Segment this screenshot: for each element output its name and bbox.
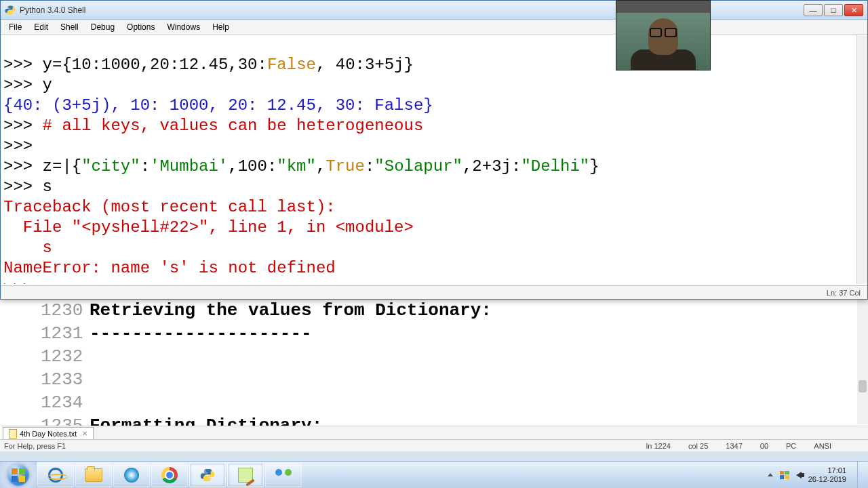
webcam-overlay — [616, 0, 711, 70]
clock-time: 17:01 — [808, 466, 846, 475]
menu-edit[interactable]: Edit — [28, 21, 54, 33]
menu-help[interactable]: Help — [207, 21, 235, 33]
notepad-tab[interactable]: 4th Day Notes.txt ✕ — [3, 427, 94, 439]
taskbar-chrome[interactable] — [151, 463, 188, 487]
taskbar-notepadpp[interactable] — [227, 463, 264, 487]
tab-label: 4th Day Notes.txt — [20, 430, 77, 438]
system-tray: 17:01 26-12-2019 — [768, 462, 868, 489]
menu-file[interactable]: File — [3, 21, 27, 33]
status-sel: 1347 — [726, 442, 742, 450]
shell-status-text: Ln: 37 Col — [827, 289, 861, 297]
textfile-icon — [9, 429, 17, 439]
taskbar-people[interactable] — [265, 463, 302, 487]
close-icon[interactable]: ✕ — [82, 430, 87, 437]
line-number: 1232 — [41, 345, 90, 368]
line-number: 1231 — [41, 322, 90, 345]
folder-icon — [85, 468, 102, 482]
notepad-statusbar: For Help, press F1 ln 1224 col 25 1347 0… — [0, 439, 868, 451]
notepad-text-area[interactable]: 1230Retrieving the values from Dictionar… — [41, 299, 857, 424]
maximize-button[interactable]: □ — [824, 4, 843, 16]
media-player-icon — [124, 468, 139, 483]
python-icon — [5, 5, 16, 16]
ie-icon — [48, 468, 63, 483]
show-desktop-button[interactable] — [857, 462, 864, 489]
line-text: --------------------- — [90, 322, 312, 345]
menu-options[interactable]: Options — [121, 21, 160, 33]
chrome-icon — [161, 467, 178, 483]
status-ln: ln 1224 — [646, 442, 671, 450]
line-number: 1233 — [41, 368, 90, 391]
clock-date: 26-12-2019 — [808, 475, 846, 484]
speaker-icon[interactable] — [796, 472, 802, 479]
minimize-button[interactable]: — — [804, 4, 823, 16]
notepadpp-icon — [238, 468, 253, 483]
menu-windows[interactable]: Windows — [161, 21, 205, 33]
menubar: File Edit Shell Debug Options Windows He… — [1, 20, 867, 35]
line-text: Retrieving the values from Dictionary: — [90, 299, 492, 322]
taskbar: 17:01 26-12-2019 — [0, 461, 868, 488]
status-col: col 25 — [688, 442, 708, 450]
windows-logo-icon — [7, 464, 29, 486]
shell-statusbar: Ln: 37 Col — [1, 285, 867, 299]
taskbar-ie[interactable] — [37, 463, 74, 487]
window-title: Python 3.4.0 Shell — [20, 5, 85, 15]
shell-text-area[interactable]: >>> y={10:1000,20:12.45,30:False, 40:3+5… — [3, 35, 856, 284]
menu-debug[interactable]: Debug — [85, 21, 120, 33]
taskbar-explorer[interactable] — [75, 463, 112, 487]
status-00: 00 — [760, 442, 768, 450]
clock[interactable]: 17:01 26-12-2019 — [808, 466, 846, 484]
menu-shell[interactable]: Shell — [55, 21, 84, 33]
notepad-window: 1230Retrieving the values from Dictionar… — [0, 298, 868, 451]
status-help: For Help, press F1 — [0, 442, 66, 450]
taskbar-python[interactable] — [189, 463, 226, 487]
people-icon — [275, 469, 292, 481]
python-shell-window: Python 3.4.0 Shell — □ ✕ File Edit Shell… — [0, 0, 868, 300]
action-center-icon[interactable] — [780, 471, 789, 479]
notepad-scrollbar[interactable] — [857, 299, 868, 424]
line-number: 1234 — [41, 391, 90, 414]
line-number: 1230 — [41, 299, 90, 322]
python-icon — [200, 468, 215, 483]
titlebar[interactable]: Python 3.4.0 Shell — □ ✕ — [1, 1, 867, 20]
taskbar-wmp[interactable] — [113, 463, 150, 487]
close-button[interactable]: ✕ — [844, 4, 863, 16]
status-enc: ANSI — [814, 442, 831, 450]
notepad-tabbar: 4th Day Notes.txt ✕ — [1, 426, 868, 439]
start-button[interactable] — [0, 462, 37, 489]
status-os: PC — [786, 442, 796, 450]
shell-scrollbar[interactable] — [856, 35, 867, 284]
tray-expand-icon[interactable] — [768, 473, 773, 476]
